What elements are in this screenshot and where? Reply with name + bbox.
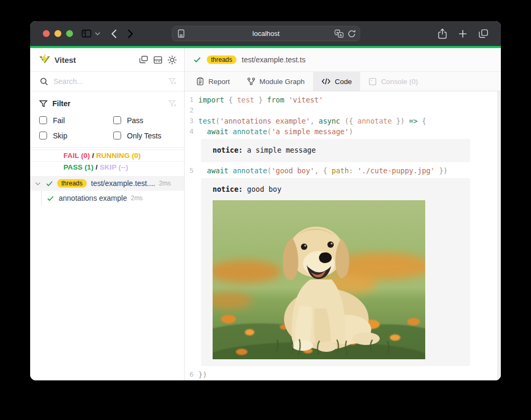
test-case-row[interactable]: annotations example 2ms — [30, 191, 184, 206]
tab-console[interactable]: Console (0) — [360, 72, 426, 91]
line-number: 4 — [185, 126, 198, 137]
browser-window: localhost A ★ — [30, 21, 501, 380]
test-tree: threads test/example.test.... 2ms annota… — [30, 176, 184, 206]
test-case-name: annotations example — [59, 194, 127, 202]
module-graph-icon — [247, 77, 255, 86]
back-icon[interactable] — [111, 29, 117, 39]
puppy-photo — [213, 200, 425, 359]
code-line: 4 await annotate('a simple message') — [185, 126, 501, 137]
dashboard-icon[interactable] — [139, 55, 148, 64]
sidebar-chevron-down-icon[interactable] — [95, 32, 100, 36]
filter-funnel-icon — [39, 100, 48, 108]
checkbox-icon[interactable] — [113, 132, 121, 139]
reload-icon[interactable] — [347, 29, 356, 40]
file-header: threads test/example.test.ts — [185, 48, 501, 72]
clipboard-icon — [196, 77, 204, 86]
code-text: }) — [198, 369, 207, 380]
line-number: 3 — [185, 116, 198, 126]
annotation-notice: notice: a simple message — [201, 139, 470, 162]
line-number: 5 — [185, 165, 198, 176]
code-text: await annotate('good boy', { path: './cu… — [198, 165, 448, 176]
filter-checkbox-fail[interactable]: Fail — [39, 115, 113, 126]
pool-badge: threads — [207, 55, 236, 64]
check-pass-icon — [193, 55, 202, 64]
tab-bar: Report Module Graph Code — [185, 72, 501, 91]
close-window-button[interactable] — [43, 30, 50, 37]
test-duration: 2ms — [159, 180, 171, 187]
annotation-notice: notice: good boy — [201, 178, 470, 366]
forward-icon[interactable] — [127, 29, 133, 39]
code-viewer[interactable]: 1import { test } from 'vitest'23test('an… — [185, 91, 501, 380]
tab-code[interactable]: Code — [313, 72, 360, 91]
line-number: 7 — [185, 380, 198, 380]
checkbox-icon[interactable] — [39, 116, 47, 124]
code-text: await annotate('a simple message') — [198, 126, 353, 137]
address-bar[interactable]: localhost A ★ — [172, 26, 360, 41]
code-line: 2 — [185, 105, 501, 116]
code-line: 6}) — [185, 369, 501, 380]
checkbox-icon[interactable] — [39, 132, 47, 139]
open-file-name: test/example.test.ts — [242, 55, 306, 64]
minimize-window-button[interactable] — [54, 30, 61, 37]
code-text: test('annotations example', async ({ ann… — [198, 116, 426, 126]
svg-text:★: ★ — [336, 31, 339, 34]
search-icon — [40, 77, 48, 86]
pool-badge: threads — [57, 179, 87, 188]
filter-checkbox-only-tests[interactable]: Only Tests — [113, 130, 177, 141]
line-number: 2 — [185, 105, 198, 116]
vitest-logo-icon — [39, 53, 50, 66]
code-icon — [322, 78, 331, 85]
test-file-row[interactable]: threads test/example.test.... 2ms — [30, 176, 184, 191]
translate-icon[interactable]: A ★ — [334, 29, 344, 40]
clear-filters-icon[interactable] — [168, 100, 177, 108]
tab-overview-icon[interactable] — [479, 29, 488, 39]
browser-titlebar: localhost A ★ — [30, 21, 501, 46]
test-duration: 2ms — [131, 194, 143, 202]
report-grid-icon[interactable] — [153, 55, 162, 64]
test-status-summary: FAIL (0) / RUNNING (0) PASS (1) / SKIP (… — [30, 148, 184, 175]
traffic-lights — [43, 30, 73, 37]
check-pass-icon — [47, 194, 54, 202]
scrollbar[interactable] — [497, 91, 501, 380]
main-pane: threads test/example.test.ts Report — [185, 48, 501, 380]
console-icon — [369, 78, 377, 86]
share-icon[interactable] — [438, 29, 447, 39]
filter-title: Filter — [52, 99, 70, 108]
search-input[interactable] — [53, 77, 168, 86]
check-pass-icon — [45, 180, 53, 188]
code-line: 7 — [185, 380, 501, 380]
svg-text:A: A — [340, 33, 342, 38]
status-pass: PASS (1) — [63, 163, 94, 171]
new-tab-icon[interactable] — [459, 30, 467, 38]
line-number: 1 — [185, 95, 198, 105]
tab-module-graph[interactable]: Module Graph — [239, 72, 314, 91]
code-line: 3test('annotations example', async ({ an… — [185, 116, 501, 126]
url-text: localhost — [172, 26, 360, 41]
clear-search-filter-icon[interactable] — [168, 78, 177, 86]
sidebar-toggle-icon[interactable] — [81, 29, 91, 38]
line-number: 6 — [185, 369, 198, 380]
tab-report[interactable]: Report — [188, 72, 239, 91]
chevron-down-icon[interactable] — [35, 179, 43, 188]
code-line: 1import { test } from 'vitest' — [185, 95, 501, 105]
zoom-window-button[interactable] — [66, 30, 73, 37]
app-title: Vitest — [54, 55, 76, 64]
status-skip: SKIP (--) — [99, 163, 128, 171]
theme-toggle-sun-icon[interactable] — [168, 55, 177, 64]
indent-guide — [41, 191, 42, 206]
test-file-name: test/example.test.... — [91, 179, 155, 188]
code-line: 5 await annotate('good boy', { path: './… — [185, 165, 501, 176]
status-running: RUNNING (0) — [96, 152, 141, 160]
sidebar: Vitest — [30, 48, 185, 380]
filter-checkbox-pass[interactable]: Pass — [113, 115, 177, 126]
checkbox-icon[interactable] — [113, 116, 121, 124]
status-fail: FAIL (0) — [63, 152, 90, 160]
filter-checkbox-skip[interactable]: Skip — [39, 130, 113, 141]
code-text: import { test } from 'vitest' — [198, 95, 323, 105]
